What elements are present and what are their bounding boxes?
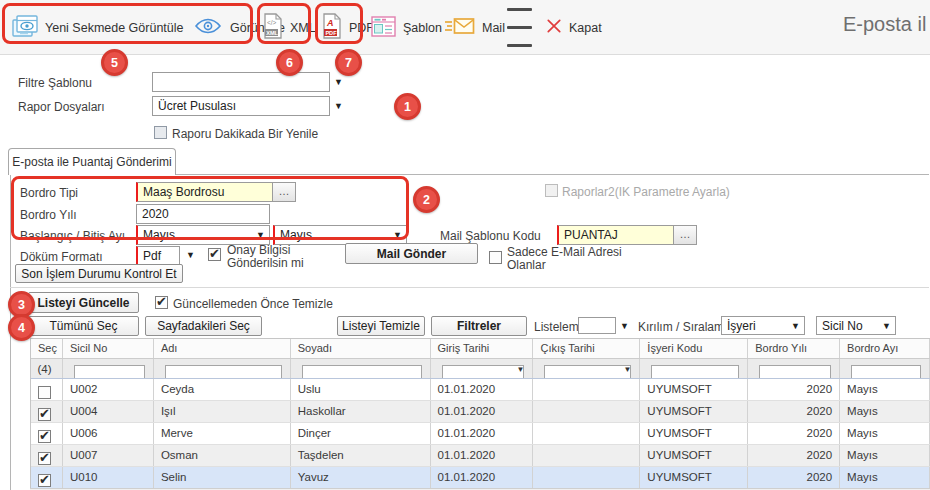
sadece-email-checkbox[interactable] — [489, 251, 502, 264]
chevron-down-icon[interactable]: ▼ — [186, 251, 195, 260]
table-cell: UYUMSOFT — [640, 379, 748, 400]
mail-sablonu-field[interactable]: PUANTAJ … — [557, 225, 697, 245]
bordro-tipi-lookup-button[interactable]: … — [272, 183, 295, 201]
table-cell — [533, 467, 640, 488]
filter-input[interactable] — [851, 365, 921, 378]
chevron-down-icon: ▼ — [256, 231, 265, 240]
chevron-down-icon[interactable]: ▼ — [517, 365, 525, 374]
guncellemeden-checkbox[interactable] — [155, 296, 168, 309]
table-row[interactable]: U004IşılHaskollar01.01.2020UYUMSOFT2020M… — [31, 401, 930, 423]
chevron-down-icon[interactable]: ▼ — [334, 78, 343, 87]
tab-label: E-posta ile Puantaj Gönderimi — [12, 155, 171, 169]
table-cell: 01.01.2020 — [431, 423, 534, 444]
mail-button[interactable]: Mail — [444, 0, 505, 55]
chevron-down-icon[interactable]: ▼ — [623, 365, 631, 374]
table-row[interactable]: U002CeydaUslu01.01.2020UYUMSOFT2020Mayıs — [31, 379, 930, 401]
filtreler-button[interactable]: Filtreler — [431, 316, 527, 336]
bordro-tipi-value: Maaş Bordrosu — [143, 185, 224, 199]
table-cell: UYUMSOFT — [640, 401, 748, 422]
listeleme-select[interactable] — [578, 317, 616, 334]
chevron-down-icon: ▼ — [393, 231, 402, 240]
filter-input[interactable] — [442, 365, 525, 378]
onay-bilgisi-checkbox[interactable] — [208, 248, 221, 261]
filter-input[interactable] — [651, 365, 739, 378]
filter-input[interactable] — [759, 365, 831, 378]
table-cell: 2020 — [748, 423, 840, 444]
chevron-down-icon[interactable]: ▼ — [334, 102, 343, 111]
baslangic-ayi-select[interactable]: Mayıs ▼ — [136, 225, 270, 245]
template-button[interactable]: Şablon — [371, 0, 442, 55]
refresh-every-minute-checkbox[interactable] — [154, 126, 167, 139]
filter-template-select[interactable] — [152, 72, 330, 92]
row-checkbox[interactable] — [38, 408, 51, 421]
table-row[interactable]: U006MerveDinçer01.01.2020UYUMSOFT2020May… — [31, 423, 930, 445]
table-cell: Mayıs — [840, 423, 930, 444]
row-checkbox[interactable] — [38, 452, 51, 465]
table-cell: 01.01.2020 — [431, 467, 534, 488]
filter-cell — [291, 359, 431, 378]
mail-label: Mail — [482, 21, 505, 35]
kirilim-select-2[interactable]: Sicil No ▼ — [816, 316, 896, 335]
bitis-ayi-value: Mayıs — [280, 228, 312, 242]
table-cell — [533, 445, 640, 466]
open-in-new-tab-button[interactable]: Yeni Sekmede Görüntüle — [12, 0, 184, 55]
mail-sablonu-lookup-button[interactable]: … — [673, 226, 696, 244]
table-cell: UYUMSOFT — [640, 467, 748, 488]
pdf-button[interactable]: A PDF PDF — [322, 0, 374, 55]
row-checkbox[interactable] — [38, 474, 51, 487]
table-row[interactable]: U010SelinYavuz01.01.2020UYUMSOFT2020Mayı… — [31, 467, 930, 489]
table-cell: U007 — [63, 445, 154, 466]
bordro-yili-field[interactable]: 2020 — [136, 204, 270, 224]
chevron-down-icon[interactable]: ▼ — [620, 322, 629, 331]
table-cell: Mayıs — [840, 445, 930, 466]
kirilim-select-1[interactable]: İşyeri ▼ — [721, 316, 805, 335]
hamburger-menu-button[interactable] — [507, 0, 532, 55]
table-cell: Mayıs — [840, 379, 930, 400]
annotation-badge-7: 7 — [335, 49, 362, 76]
tab-eposta-puantaj[interactable]: E-posta ile Puantaj Gönderimi — [8, 148, 176, 175]
listeyi-guncelle-button[interactable]: Listeyi Güncelle — [28, 292, 139, 313]
report-files-value: Ücret Pusulası — [158, 99, 236, 113]
report-files-select[interactable]: Ücret Pusulası — [152, 96, 330, 116]
column-header[interactable]: Seç — [31, 339, 63, 358]
sadece-line2: Olanlar — [507, 258, 546, 272]
dokum-formati-value: Pdf — [143, 249, 161, 263]
sayfadakileri-sec-button[interactable]: Sayfadakileri Seç — [145, 316, 262, 336]
filter-input[interactable] — [74, 365, 145, 378]
filter-input[interactable] — [302, 365, 422, 378]
raporlar2-checkbox — [545, 184, 558, 197]
annotation-badge-4: 4 — [8, 314, 35, 341]
column-header[interactable]: İşyeri Kodu — [640, 339, 748, 358]
bitis-ayi-select[interactable]: Mayıs ▼ — [273, 225, 407, 245]
column-header[interactable]: Bordro Ayı — [840, 339, 930, 358]
table-cell: U002 — [63, 379, 154, 400]
column-header[interactable]: Bordro Yılı — [748, 339, 840, 358]
table-cell: Mayıs — [840, 467, 930, 488]
xml-button[interactable]: </> XML XML — [263, 0, 316, 55]
app-window: Yeni Sekmede Görüntüle Görüntüle </> XML — [0, 0, 930, 490]
filter-input[interactable] — [165, 365, 282, 378]
row-checkbox[interactable] — [38, 386, 51, 399]
dokum-formati-select[interactable]: Pdf — [136, 246, 180, 265]
table-row[interactable]: U007OsmanTaşdelen01.01.2020UYUMSOFT2020M… — [31, 445, 930, 467]
column-header[interactable]: Sicil No — [63, 339, 154, 358]
column-header[interactable]: Çıkış Tarihi — [533, 339, 640, 358]
son-islem-button[interactable]: Son İşlem Durumu Kontrol Et — [15, 264, 183, 283]
xml-label: XML — [290, 21, 316, 35]
table-cell: 01.01.2020 — [431, 445, 534, 466]
mail-sablonu-value: PUANTAJ — [564, 228, 618, 242]
bordro-tipi-field[interactable]: Maaş Bordrosu … — [136, 182, 296, 202]
close-button[interactable]: Kapat — [546, 0, 602, 55]
column-header[interactable]: Soyadı — [291, 339, 431, 358]
mail-gonder-button[interactable]: Mail Gönder — [345, 243, 478, 264]
column-header[interactable]: Adı — [154, 339, 291, 358]
tumunu-sec-button[interactable]: Tümünü Seç — [28, 316, 139, 336]
table-cell: 2020 — [748, 401, 840, 422]
filter-input[interactable] — [544, 365, 631, 378]
table-cell: 2020 — [748, 445, 840, 466]
row-checkbox[interactable] — [38, 430, 51, 443]
filter-cell — [640, 359, 748, 378]
listeyi-temizle-button[interactable]: Listeyi Temizle — [337, 316, 425, 336]
table-cell — [533, 423, 640, 444]
column-header[interactable]: Giriş Tarihi — [431, 339, 534, 358]
